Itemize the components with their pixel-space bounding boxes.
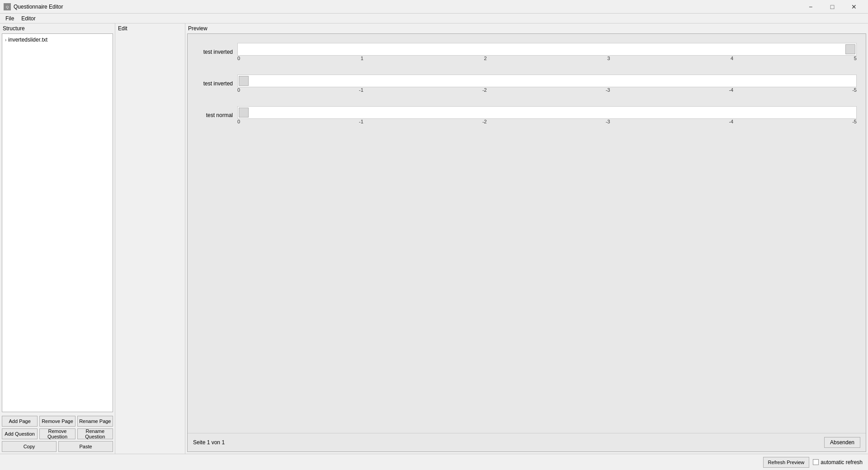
tick-3-0: 0	[237, 119, 240, 124]
tick-3-2: -2	[482, 119, 487, 124]
tick-1-1: 1	[361, 56, 363, 61]
bottom-bar: Refresh Preview automatic refresh	[0, 454, 868, 470]
tick-3-1: -1	[359, 119, 363, 124]
preview-content: test inverted 0 1 2 3 4 5	[187, 33, 866, 452]
slider-1-label: test inverted	[197, 49, 237, 55]
svg-text:Q: Q	[6, 5, 9, 9]
slider-1-ticks: 0 1 2 3 4 5	[237, 56, 857, 61]
tick-2-5: -5	[852, 87, 857, 93]
tree-arrow-icon: ›	[5, 38, 6, 42]
tick-3-3: -3	[606, 119, 610, 124]
slider-row-3: test normal 0 -1 -2 -3 -4 -5	[197, 106, 857, 124]
tick-1-2: 2	[484, 56, 487, 61]
slider-2-ticks: 0 -1 -2 -3 -4 -5	[237, 87, 857, 93]
structure-header: Structure	[0, 24, 115, 33]
structure-panel: Structure › invertedslider.txt Add Page …	[0, 24, 115, 454]
auto-refresh-checkbox[interactable]	[813, 459, 819, 465]
slider-3-container: 0 -1 -2 -3 -4 -5	[237, 106, 857, 124]
tick-1-0: 0	[237, 56, 240, 61]
page-info: Seite 1 von 1	[193, 439, 225, 446]
add-question-button[interactable]: Add Question	[2, 428, 38, 439]
minimize-button[interactable]: −	[800, 0, 821, 13]
close-button[interactable]: ✕	[844, 0, 864, 13]
tick-3-5: -5	[852, 119, 857, 124]
restore-button[interactable]: □	[822, 0, 843, 13]
tick-2-4: -4	[729, 87, 733, 93]
slider-3-thumb[interactable]	[239, 108, 249, 118]
tick-3-4: -4	[729, 119, 733, 124]
window-controls: − □ ✕	[800, 0, 864, 13]
slider-row-2: test inverted 0 -1 -2 -3 -4 -5	[197, 75, 857, 93]
window-title: Questionnaire Editor	[14, 4, 63, 10]
tick-2-1: -1	[359, 87, 363, 93]
slider-2-label: test inverted	[197, 80, 237, 87]
slider-3-ticks: 0 -1 -2 -3 -4 -5	[237, 119, 857, 124]
button-row-3: Copy Paste	[2, 441, 113, 452]
absenden-button[interactable]: Absenden	[824, 437, 860, 448]
slider-1-thumb[interactable]	[845, 44, 855, 54]
auto-refresh-container: automatic refresh	[813, 459, 863, 465]
edit-panel: Edit	[115, 24, 185, 454]
menu-editor[interactable]: Editor	[18, 14, 39, 23]
remove-page-button[interactable]: Remove Page	[39, 416, 75, 427]
preview-header: Preview	[185, 24, 868, 33]
title-bar: Q Questionnaire Editor − □ ✕	[0, 0, 868, 14]
slider-3-label: test normal	[197, 112, 237, 118]
preview-footer: Seite 1 von 1 Absenden	[188, 433, 866, 451]
slider-2-thumb[interactable]	[239, 76, 249, 86]
tick-2-3: -3	[606, 87, 610, 93]
tree-item-file[interactable]: › invertedslider.txt	[4, 36, 111, 44]
auto-refresh-label: automatic refresh	[821, 459, 863, 465]
main-layout: Structure › invertedslider.txt Add Page …	[0, 24, 868, 454]
slider-row-1: test inverted 0 1 2 3 4 5	[197, 43, 857, 61]
copy-button[interactable]: Copy	[2, 441, 57, 452]
button-row-2: Add Question Remove Question Rename Ques…	[2, 428, 113, 439]
menu-file[interactable]: File	[2, 14, 18, 23]
tick-2-0: 0	[237, 87, 240, 93]
button-row-1: Add Page Remove Page Rename Page	[2, 416, 113, 427]
paste-button[interactable]: Paste	[58, 441, 113, 452]
tick-2-2: -2	[482, 87, 487, 93]
slider-1-track[interactable]	[237, 43, 857, 56]
app-icon: Q	[4, 3, 11, 10]
menu-bar: File Editor	[0, 14, 868, 24]
slider-2-track[interactable]	[237, 75, 857, 87]
rename-page-button[interactable]: Rename Page	[77, 416, 113, 427]
slider-3-track[interactable]	[237, 106, 857, 119]
rename-question-button[interactable]: Rename Question	[77, 428, 113, 439]
tick-1-4: 4	[731, 56, 733, 61]
preview-panel: Preview test inverted 0 1 2 3	[185, 24, 868, 454]
structure-buttons: Add Page Remove Page Rename Page Add Que…	[0, 414, 115, 454]
tick-1-3: 3	[607, 56, 610, 61]
refresh-preview-button[interactable]: Refresh Preview	[763, 457, 810, 468]
tick-1-5: 5	[854, 56, 857, 61]
slider-2-container: 0 -1 -2 -3 -4 -5	[237, 75, 857, 93]
structure-tree[interactable]: › invertedslider.txt	[2, 33, 113, 412]
preview-inner: test inverted 0 1 2 3 4 5	[188, 34, 866, 433]
edit-header: Edit	[115, 24, 185, 33]
add-page-button[interactable]: Add Page	[2, 416, 38, 427]
slider-1-container: 0 1 2 3 4 5	[237, 43, 857, 61]
remove-question-button[interactable]: Remove Question	[39, 428, 75, 439]
tree-item-label: invertedslider.txt	[8, 37, 47, 43]
